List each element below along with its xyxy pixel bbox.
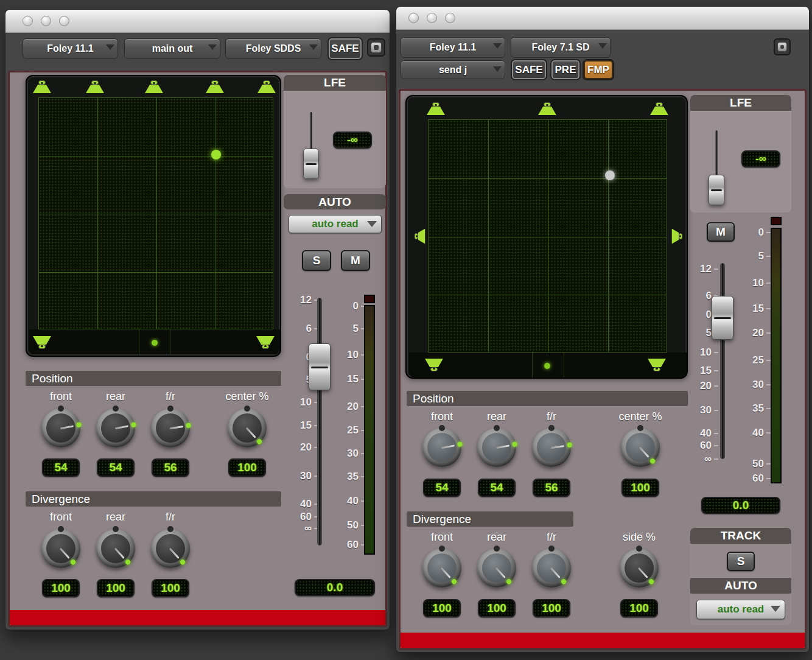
volume-value-display[interactable]: 0.0 bbox=[295, 579, 375, 596]
rear-value-display[interactable]: 54 bbox=[97, 458, 135, 477]
mute-button[interactable]: M bbox=[341, 250, 370, 271]
front-divergence-knob[interactable] bbox=[422, 549, 461, 588]
volume-fader-cap[interactable] bbox=[309, 343, 331, 390]
target-window-icon[interactable] bbox=[367, 38, 385, 57]
pan-puck[interactable] bbox=[211, 150, 221, 160]
safe-button[interactable]: SAFE bbox=[329, 38, 362, 59]
lfe-slider-cap[interactable] bbox=[303, 149, 319, 179]
rear-pan-knob[interactable] bbox=[96, 409, 135, 448]
rear-value-display[interactable]: 54 bbox=[478, 479, 516, 497]
rear-strip bbox=[29, 329, 280, 354]
window-titlebar[interactable] bbox=[396, 7, 809, 30]
target-window-icon[interactable] bbox=[774, 38, 791, 55]
pan-grid[interactable] bbox=[428, 119, 667, 353]
automation-mode-dropdown[interactable]: auto read bbox=[289, 215, 382, 233]
track-selector-button[interactable]: Foley 11.1 bbox=[401, 37, 505, 58]
fader-scale-label: ∞ bbox=[687, 454, 712, 465]
fader-scale-label: 20 bbox=[687, 381, 712, 391]
track-color-bar bbox=[10, 610, 385, 625]
front-rear-value-display[interactable]: 56 bbox=[152, 458, 189, 477]
lfe-section-header: LFE bbox=[690, 95, 791, 111]
fader-scale-label: 12 bbox=[287, 295, 312, 306]
rear-divergence-value-display[interactable]: 100 bbox=[478, 599, 516, 617]
volume-value-display[interactable]: 0.0 bbox=[701, 497, 780, 514]
chevron-down-icon bbox=[771, 606, 780, 612]
front-pan-knob[interactable] bbox=[422, 428, 461, 467]
front-value-display[interactable]: 54 bbox=[42, 458, 80, 477]
meter-scale-label: 50 bbox=[334, 520, 359, 531]
window-zoom-icon[interactable] bbox=[59, 16, 69, 26]
speaker-front-center-icon bbox=[538, 102, 556, 117]
output-selector-button[interactable]: Foley 7.1 SD bbox=[511, 37, 611, 58]
window-close-icon[interactable] bbox=[23, 16, 33, 26]
fader-scale-label: 5 bbox=[287, 374, 312, 385]
lfe-slider-cap[interactable] bbox=[709, 175, 724, 205]
window-minimize-icon[interactable] bbox=[427, 13, 437, 23]
speaker-rear-left-icon bbox=[33, 334, 51, 349]
center-percent-knob[interactable] bbox=[228, 409, 267, 448]
pan-puck[interactable] bbox=[605, 170, 615, 180]
front-divergence-value-display[interactable]: 100 bbox=[423, 599, 461, 617]
auto-section-header: AUTO bbox=[690, 578, 791, 594]
output-selector-label: main out bbox=[152, 43, 193, 54]
side-percent-knob[interactable] bbox=[620, 549, 659, 588]
track-solo-button[interactable]: S bbox=[727, 552, 755, 571]
mute-button[interactable]: M bbox=[707, 222, 735, 242]
fader-scale-label: 40 bbox=[687, 428, 712, 439]
front-value-display[interactable]: 54 bbox=[423, 479, 461, 497]
side-percent-value-display[interactable]: 100 bbox=[620, 599, 658, 617]
chevron-down-icon bbox=[208, 44, 217, 50]
lfe-value-display[interactable]: -∞ bbox=[333, 132, 372, 149]
front-divergence-value-display[interactable]: 100 bbox=[42, 579, 80, 597]
lfe-value-display[interactable]: -∞ bbox=[741, 150, 780, 167]
track-selector-button[interactable]: Foley 11.1 bbox=[23, 38, 118, 59]
front-rear-pan-knob[interactable] bbox=[151, 409, 190, 448]
center-percent-value-display[interactable]: 100 bbox=[621, 479, 659, 497]
pan-grid[interactable] bbox=[38, 97, 273, 329]
fader-scale-label: 10 bbox=[287, 397, 312, 408]
volume-fader-track[interactable] bbox=[317, 298, 322, 546]
meter-scale-label: 50 bbox=[740, 458, 764, 469]
rear-divergence-knob[interactable] bbox=[96, 529, 135, 568]
front-rear-divergence-knob[interactable] bbox=[151, 529, 190, 568]
front-divergence-knob[interactable] bbox=[41, 529, 80, 568]
lfe-section-header: LFE bbox=[284, 75, 386, 91]
fader-scale-label: ∞ bbox=[287, 523, 312, 534]
panner-selector-button[interactable]: Foley SDDS bbox=[225, 38, 321, 59]
rear-divergence-value-display[interactable]: 100 bbox=[97, 579, 135, 597]
knob-dot-icon bbox=[33, 521, 88, 576]
knob-dot-icon bbox=[415, 541, 469, 595]
rear-pan-knob[interactable] bbox=[477, 428, 516, 467]
front-pan-knob[interactable] bbox=[41, 409, 80, 448]
solo-button[interactable]: S bbox=[302, 250, 331, 271]
fader-scale-label: 6 bbox=[287, 323, 312, 334]
knob-dot-icon bbox=[530, 426, 573, 469]
fmp-button[interactable]: FMP bbox=[584, 60, 613, 79]
knob-dot-icon bbox=[220, 401, 275, 455]
volume-fader-cap[interactable] bbox=[712, 296, 733, 340]
send-selector-button[interactable]: send j bbox=[401, 60, 505, 79]
volume-fader-track[interactable] bbox=[720, 263, 725, 459]
window-minimize-icon[interactable] bbox=[41, 16, 51, 26]
window-titlebar[interactable] bbox=[5, 10, 390, 33]
front-rear-divergence-value-display[interactable]: 100 bbox=[533, 599, 570, 617]
rear-position-dot bbox=[544, 363, 550, 369]
pre-button[interactable]: PRE bbox=[551, 60, 579, 79]
window-zoom-icon[interactable] bbox=[445, 13, 455, 23]
center-percent-value-display[interactable]: 100 bbox=[228, 458, 266, 477]
clip-indicator[interactable] bbox=[771, 217, 782, 225]
clip-indicator[interactable] bbox=[364, 295, 375, 303]
window-close-icon[interactable] bbox=[408, 13, 419, 23]
center-percent-knob[interactable] bbox=[621, 428, 660, 467]
auto-section-header: AUTO bbox=[284, 194, 386, 209]
front-rear-pan-knob[interactable] bbox=[532, 428, 571, 467]
send-selector-label: send j bbox=[439, 65, 467, 75]
automation-mode-dropdown[interactable]: auto read bbox=[696, 600, 785, 619]
rear-divergence-knob[interactable] bbox=[477, 549, 516, 588]
front-rear-value-display[interactable]: 56 bbox=[533, 479, 570, 497]
track-section-header: TRACK bbox=[690, 528, 791, 544]
output-selector-button[interactable]: main out bbox=[124, 38, 220, 59]
front-rear-divergence-knob[interactable] bbox=[532, 549, 571, 588]
safe-button[interactable]: SAFE bbox=[512, 60, 546, 79]
front-rear-divergence-value-display[interactable]: 100 bbox=[152, 579, 189, 597]
